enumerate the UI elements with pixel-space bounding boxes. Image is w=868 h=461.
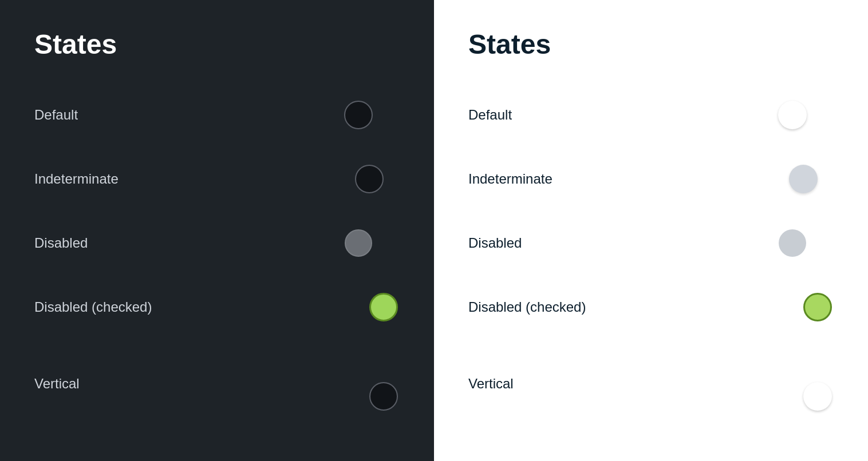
light-label-default: Default: [468, 107, 512, 123]
dark-row-indeterminate: Indeterminate: [34, 147, 400, 211]
dark-panel-title: States: [34, 29, 400, 60]
dark-label-disabled: Disabled: [34, 235, 88, 251]
dark-toggle-disabled: [342, 227, 400, 259]
dark-toggle-indeterminate[interactable]: [342, 163, 400, 195]
light-label-disabled: Disabled: [468, 235, 522, 251]
light-label-disabled-checked: Disabled (checked): [468, 299, 586, 315]
dark-label-indeterminate: Indeterminate: [34, 171, 119, 187]
light-panel: States Default Indeterminate Disabled Di…: [434, 0, 868, 461]
dark-panel: States Default Indeterminate Disabled Di…: [0, 0, 434, 461]
light-toggle-disabled: [776, 227, 834, 259]
dark-toggle-disabled-checked: [342, 291, 400, 323]
dark-label-vertical: Vertical: [34, 376, 80, 392]
dark-toggle-vertical[interactable]: [368, 355, 400, 412]
light-panel-title: States: [468, 29, 834, 60]
dark-label-default: Default: [34, 107, 78, 123]
dark-row-disabled-checked: Disabled (checked): [34, 275, 400, 339]
light-toggle-disabled-checked: [776, 291, 834, 323]
light-label-vertical: Vertical: [468, 376, 514, 392]
light-toggle-default[interactable]: [776, 99, 834, 131]
dark-row-default: Default: [34, 83, 400, 147]
light-row-disabled: Disabled: [468, 211, 834, 275]
dark-row-disabled: Disabled: [34, 211, 400, 275]
light-row-disabled-checked: Disabled (checked): [468, 275, 834, 339]
dark-row-vertical: Vertical: [34, 339, 400, 428]
light-row-indeterminate: Indeterminate: [468, 147, 834, 211]
dark-toggle-default[interactable]: [342, 99, 400, 131]
light-toggle-indeterminate[interactable]: [776, 163, 834, 195]
dark-label-disabled-checked: Disabled (checked): [34, 299, 152, 315]
light-row-default: Default: [468, 83, 834, 147]
light-toggle-vertical[interactable]: [802, 355, 834, 412]
light-row-vertical: Vertical: [468, 339, 834, 428]
light-label-indeterminate: Indeterminate: [468, 171, 553, 187]
